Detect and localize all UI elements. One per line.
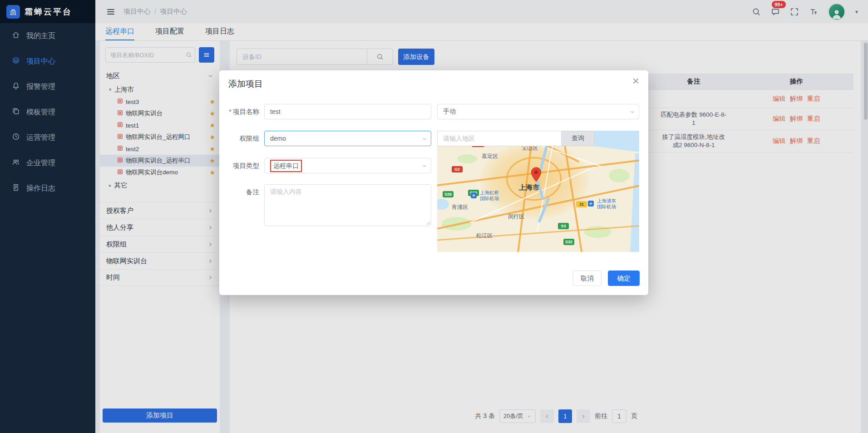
project-type-select[interactable]: 远程串口 (264, 158, 431, 173)
cancel-button[interactable]: 取消 (573, 271, 602, 286)
remark-textarea[interactable] (265, 185, 431, 226)
dialog-title: 添加项目 (228, 78, 263, 90)
annotation-highlight-box: 远程串口 (270, 160, 302, 172)
remark-field (264, 184, 431, 226)
project-type-label: 项目类型 (219, 158, 259, 173)
plane-icon: ✈ (588, 201, 594, 207)
map-park (457, 154, 477, 163)
map-city-label: 上海市 (519, 183, 539, 192)
region-input[interactable] (437, 131, 562, 146)
permission-group-label: 权限组 (219, 131, 259, 146)
remark-label: 备注 (219, 184, 259, 200)
map-district-label: 青浦区 (452, 203, 468, 211)
mode-select-value: 手动 (443, 108, 456, 116)
road-shield: G2 (452, 166, 463, 172)
permission-group-value: demo (270, 135, 286, 142)
map-district-label: 嘉定区 (482, 153, 498, 160)
map-district-label: 松江区 (476, 232, 493, 240)
road-shield: S26 (443, 191, 454, 197)
map-search-row: 查询 (437, 131, 595, 146)
map-lake (437, 199, 449, 210)
road-shield: 31 (576, 201, 587, 207)
required-asterisk: * (229, 108, 232, 115)
chevron-down-icon (422, 136, 427, 142)
map-water (630, 153, 639, 252)
confirm-button[interactable]: 确定 (608, 271, 640, 286)
map-district-label: 闵行区 (508, 213, 524, 221)
map-airport-pudong: ✈ 上海浦东国际机场 (588, 198, 618, 209)
project-name-input[interactable] (264, 104, 431, 119)
map[interactable]: G204 G2 S20 S26 31 S3 S32 宝山区 嘉定区 青浦区 闵行… (437, 131, 639, 252)
app-root: 霜蝉云平台 我的主页 项目中心 报警管理 模板管理 运营管理 (0, 0, 868, 433)
permission-group-select[interactable]: demo (264, 131, 431, 146)
map-airport-hongqiao: ✈ 上海虹桥国际机场 (471, 190, 501, 201)
project-name-label: *项目名称 (219, 104, 259, 119)
road-shield: S3 (558, 223, 569, 229)
map-pin-icon[interactable] (531, 167, 542, 184)
road-shield: S32 (563, 239, 574, 245)
add-project-dialog: 添加项目 × *项目名称 手动 权限组 demo 项目类型 远程串口 备注 (219, 70, 648, 295)
mode-select[interactable]: 手动 (437, 104, 639, 119)
query-button[interactable]: 查询 (562, 131, 595, 146)
close-icon[interactable]: × (632, 75, 639, 87)
plane-icon: ✈ (471, 192, 477, 198)
map-park (609, 169, 630, 182)
chevron-down-icon (422, 163, 427, 169)
chevron-down-icon (630, 109, 635, 115)
